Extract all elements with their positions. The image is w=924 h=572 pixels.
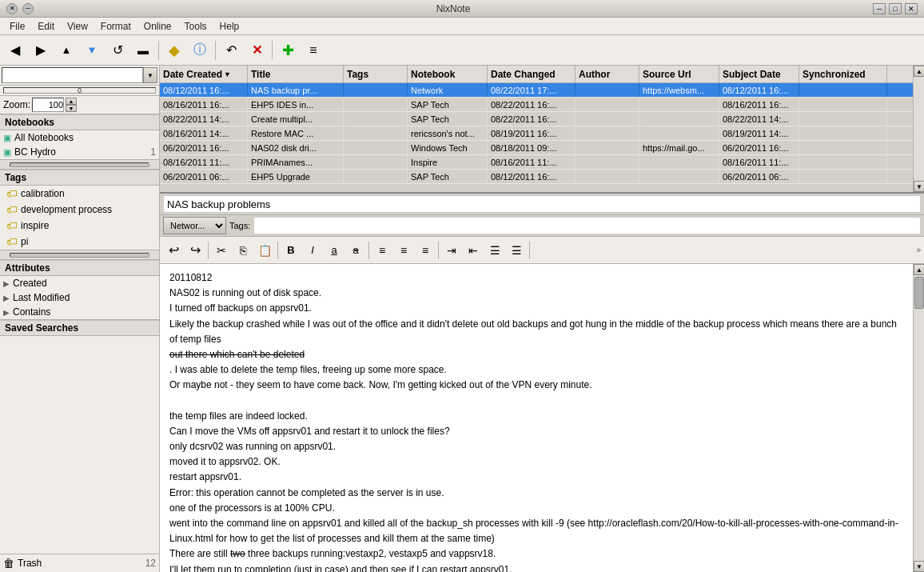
notebook-select[interactable]: Networ... Network SAP Tech	[163, 217, 226, 234]
zoom-down-btn[interactable]: ▼	[66, 105, 77, 112]
note-row[interactable]: 06/20/2011 16:...NAS02 disk dri...Window…	[160, 141, 913, 155]
down-button[interactable]: ▼	[80, 38, 104, 62]
tags-scrollbar-h[interactable]	[0, 250, 159, 259]
col-header-date-changed[interactable]: Date Changed	[488, 66, 576, 82]
align-left-button[interactable]: ≡	[372, 240, 392, 261]
refresh-button[interactable]: ↺	[106, 38, 129, 62]
win-minimize-btn[interactable]: ─	[873, 3, 886, 14]
menu-help[interactable]: Help	[213, 19, 246, 34]
note-row[interactable]: 08/16/2011 16:...EHP5 IDES in...SAP Tech…	[160, 98, 913, 112]
note-cell: 08/12/2011 16:...	[488, 170, 576, 183]
tag-inspire[interactable]: 🏷 inspire	[0, 218, 159, 234]
redo-button[interactable]: ↪	[185, 240, 205, 261]
attr-contains[interactable]: ▶ Contains	[0, 305, 159, 319]
attr-last-modified[interactable]: ▶ Last Modified	[0, 290, 159, 305]
col-header-tags[interactable]: Tags	[344, 66, 408, 82]
win-close-btn[interactable]: ✕	[905, 3, 918, 14]
sync-down-button[interactable]: ↶	[219, 38, 243, 62]
attr-last-modified-arrow: ▶	[3, 294, 10, 302]
add-button[interactable]: ✚	[276, 38, 300, 62]
editor-more-btn[interactable]: »	[916, 246, 921, 254]
tag-calibration[interactable]: 🏷 calibration	[0, 186, 159, 202]
italic-button[interactable]: I	[302, 240, 323, 261]
note-cell	[639, 112, 719, 126]
note-cell	[799, 141, 887, 154]
bullet-list-button[interactable]: ☰	[484, 240, 505, 261]
col-header-title[interactable]: Title	[248, 66, 344, 82]
menu-edit[interactable]: Edit	[31, 19, 61, 34]
menu-format[interactable]: Format	[94, 19, 137, 34]
note-row[interactable]: 08/22/2011 14:...Create multipl...SAP Te…	[160, 112, 913, 126]
bookmark-button[interactable]: ◆	[162, 38, 186, 62]
note-cell: SAP Tech	[408, 170, 488, 183]
note-cell	[576, 141, 639, 154]
tag-pi[interactable]: 🏷 pi	[0, 234, 159, 250]
win-restore-btn[interactable]: □	[889, 3, 902, 14]
window-close-btn[interactable]: ✕	[6, 3, 18, 14]
indent-button[interactable]: ⇥	[441, 240, 462, 261]
menu-online[interactable]: Online	[137, 19, 178, 34]
menu-view[interactable]: View	[61, 19, 94, 34]
note-row[interactable]: 08/12/2011 16:...NAS backup pr...Network…	[160, 83, 913, 98]
tag-development-process[interactable]: 🏷 development process	[0, 202, 159, 218]
note-cell	[344, 126, 408, 140]
trash-item[interactable]: 🗑 Trash 12	[0, 554, 159, 572]
note-cell: Network	[408, 83, 488, 97]
forward-button[interactable]: ▶	[29, 38, 53, 62]
content-scroll-down[interactable]: ▼	[914, 561, 924, 572]
note-cell	[639, 170, 719, 183]
note-row[interactable]: 06/20/2011 06:...EHP5 UpgradeSAP Tech08/…	[160, 170, 913, 184]
note-row[interactable]: 08/16/2011 14:...Restore MAC ...rericsso…	[160, 126, 913, 141]
menu-tools[interactable]: Tools	[178, 19, 213, 34]
delete-button[interactable]: ✕	[245, 38, 269, 62]
underline-button[interactable]: a	[324, 240, 345, 261]
window-minimize-btn[interactable]: ─	[22, 3, 34, 14]
note-row[interactable]: 08/16/2011 11:...PRIMAnames...Inspire08/…	[160, 155, 913, 170]
up-button[interactable]: ▲	[54, 38, 78, 62]
zoom-up-btn[interactable]: ▲	[66, 98, 77, 105]
col-header-subject-date[interactable]: Subject Date	[719, 66, 799, 82]
note-cell: 08/16/2011 11:...	[719, 155, 799, 169]
col-header-source-url[interactable]: Source Url	[639, 66, 719, 82]
numbered-list-button[interactable]: ☰	[506, 240, 527, 261]
info-button[interactable]: ⓘ	[188, 38, 212, 62]
align-center-button[interactable]: ≡	[393, 240, 414, 261]
trash-icon: 🗑	[3, 557, 14, 570]
minus-button[interactable]: ▬	[131, 38, 155, 62]
content-scroll-up[interactable]: ▲	[914, 264, 924, 275]
note-list-scrollbar[interactable]: ▲ ▼	[913, 66, 924, 192]
content-paragraph: the temp files are indeed locked.	[169, 409, 903, 424]
paste-button[interactable]: 📋	[254, 240, 275, 261]
search-input[interactable]	[2, 67, 143, 83]
note-right-scrollbar[interactable]: ▲ ▼	[913, 264, 924, 572]
notebooks-scrollbar-h[interactable]	[0, 159, 159, 169]
notebooks-section: Notebooks ▣ All Notebooks ▣ BC Hydro 1	[0, 114, 159, 170]
note-list-scroll-down[interactable]: ▼	[914, 181, 924, 192]
tags-input[interactable]	[253, 217, 921, 234]
note-list-scroll-up[interactable]: ▲	[914, 66, 924, 77]
attr-created[interactable]: ▶ Created	[0, 276, 159, 290]
outdent-button[interactable]: ⇤	[463, 240, 484, 261]
undo-button[interactable]: ↩	[163, 240, 184, 261]
search-dropdown[interactable]: ▼	[143, 67, 157, 83]
col-header-date-created[interactable]: Date Created ▼	[160, 66, 248, 82]
notebook-all[interactable]: ▣ All Notebooks	[0, 130, 159, 145]
titlebar-right: ─ □ ✕	[873, 3, 918, 14]
stack-button[interactable]: ≡	[301, 38, 325, 62]
strikethrough-button[interactable]: a	[345, 240, 366, 261]
tag-development-label: development process	[21, 204, 112, 215]
align-right-button[interactable]: ≡	[415, 240, 436, 261]
bold-button[interactable]: B	[281, 240, 301, 261]
cut-button[interactable]: ✂	[211, 240, 232, 261]
zoom-input[interactable]	[32, 98, 64, 112]
back-button[interactable]: ◀	[3, 38, 27, 62]
col-header-synchronized[interactable]: Synchronized	[799, 66, 887, 82]
note-title-input[interactable]	[163, 195, 921, 213]
note-content-area[interactable]: 20110812NAS02 is running out of disk spa…	[160, 264, 913, 572]
col-header-author[interactable]: Author	[576, 66, 639, 82]
menu-file[interactable]: File	[3, 19, 31, 34]
col-header-notebook[interactable]: Notebook	[408, 66, 488, 82]
notebook-bc-hydro[interactable]: ▣ BC Hydro 1	[0, 145, 159, 159]
note-cell: 08/16/2011 16:...	[719, 98, 799, 111]
copy-button[interactable]: ⎘	[233, 240, 253, 261]
